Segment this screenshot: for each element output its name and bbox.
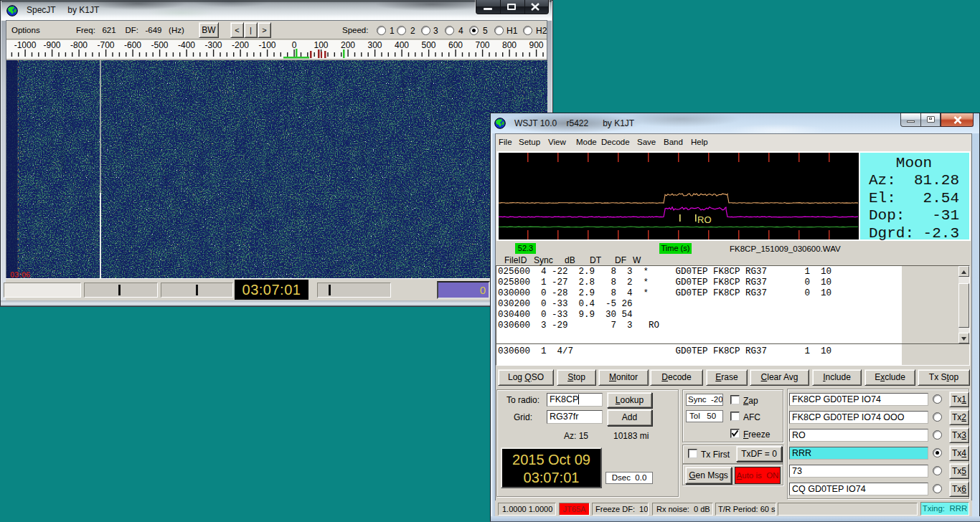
svg-text:900: 900 (529, 40, 543, 50)
svg-text:-800: -800 (70, 40, 88, 50)
svg-text:-100: -100 (258, 40, 275, 50)
svg-text:300: 300 (367, 40, 382, 50)
svg-text:400: 400 (395, 40, 409, 50)
svg-text:-700: -700 (97, 40, 114, 50)
svg-text:700: 700 (475, 40, 489, 50)
svg-text:-900: -900 (43, 40, 60, 50)
svg-text:800: 800 (502, 40, 517, 50)
svg-text:500: 500 (421, 40, 435, 50)
svg-text:0: 0 (292, 40, 297, 50)
svg-text:-1000: -1000 (14, 40, 37, 50)
svg-text:100: 100 (314, 40, 328, 50)
svg-text:-400: -400 (178, 40, 195, 50)
svg-text:-300: -300 (204, 40, 222, 50)
svg-text:-600: -600 (124, 40, 141, 50)
svg-text:-500: -500 (151, 40, 168, 50)
svg-text:03:06: 03:06 (10, 270, 30, 278)
svg-text:200: 200 (341, 40, 355, 50)
svg-text:-200: -200 (232, 40, 249, 50)
svg-text:600: 600 (448, 40, 463, 50)
